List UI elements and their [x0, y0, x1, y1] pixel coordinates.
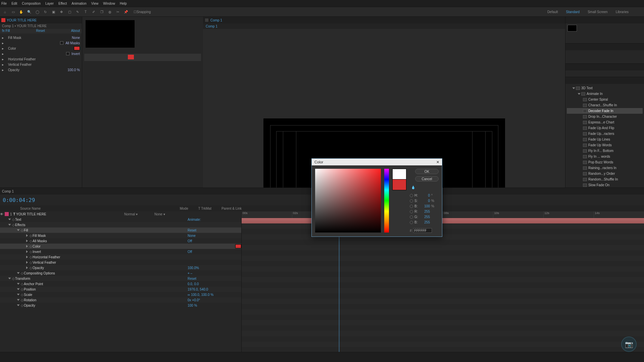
menu-animation[interactable]: Animation — [71, 2, 86, 5]
effect-name[interactable]: fx Fill — [2, 29, 10, 34]
preset-item[interactable]: Random...Shuffle In — [567, 176, 643, 182]
layer-row[interactable]: 👁1T YOUR TITLE HERENormal ▾None ▾ — [0, 211, 241, 217]
timeline-layer-outline[interactable]: 👁1T YOUR TITLE HERENormal ▾None ▾◇TextAn… — [0, 211, 242, 352]
capture-badge-icon[interactable]: 📷 — [621, 337, 637, 352]
paint-swatch[interactable] — [567, 25, 577, 32]
property-row[interactable]: ◇TransformReset — [0, 276, 241, 281]
mini-timeline-marker[interactable] — [128, 55, 134, 59]
eraser-tool-icon[interactable]: ◍ — [107, 9, 113, 15]
effect-controls-tab[interactable]: YOUR TITLE HERE — [7, 18, 37, 22]
radio[interactable] — [410, 199, 413, 203]
preset-item[interactable]: Drop In...Character — [567, 114, 643, 119]
composition-tab[interactable]: Comp 1 — [210, 18, 222, 22]
effect-property-row[interactable]: ▸ Invert — [2, 51, 80, 56]
ok-button[interactable]: OK — [415, 169, 439, 174]
saturation-value-field[interactable] — [315, 169, 381, 232]
twirl-icon[interactable] — [578, 93, 581, 95]
preview-panel-header[interactable] — [565, 64, 644, 70]
twirl-icon[interactable] — [17, 272, 20, 274]
property-row[interactable]: ◇Color — [0, 244, 241, 249]
preset-item[interactable]: Espress...e Chart — [567, 119, 643, 125]
twirl-icon[interactable] — [573, 87, 575, 89]
preset-item[interactable]: Raining...racters In — [567, 165, 643, 171]
menu-layer[interactable]: Layer — [45, 2, 54, 5]
old-color-swatch[interactable] — [392, 179, 406, 190]
color-field-row[interactable]: B:100% — [410, 204, 439, 208]
preset-item[interactable]: Fade Up Words — [567, 142, 643, 148]
property-row[interactable]: ◇Horizontal Feather — [0, 254, 241, 260]
workspace-default[interactable]: Default — [547, 10, 558, 14]
hue-slider[interactable] — [384, 169, 389, 232]
property-row[interactable]: ◇Fill MaskNone — [0, 233, 241, 238]
twirl-icon[interactable] — [8, 278, 11, 279]
workspace-small-screen[interactable]: Small Screen — [588, 10, 607, 14]
menu-help[interactable]: Help — [120, 2, 127, 5]
radio[interactable] — [410, 215, 413, 219]
effect-property-row[interactable]: ▸ All Masks — [2, 40, 80, 46]
preset-item[interactable]: Charact...Shuffle In — [567, 102, 643, 108]
color-field-row[interactable]: S:0% — [410, 199, 439, 203]
preset-item[interactable]: Fly In ... words — [567, 154, 643, 159]
property-row[interactable]: ◇Vertical Feather — [0, 260, 241, 265]
property-row[interactable]: ◇Opacity100 % — [0, 303, 241, 308]
radio[interactable] — [410, 210, 413, 213]
effect-about[interactable]: About — [71, 29, 80, 34]
menu-window[interactable]: Window — [103, 2, 115, 5]
ruler-tick[interactable]: 00s — [242, 211, 292, 218]
puppet-tool-icon[interactable]: 📌 — [123, 9, 129, 15]
cancel-button[interactable]: Cancel — [415, 176, 439, 182]
time-ruler[interactable]: 00s02s04s06s08s10s12s14s — [242, 211, 644, 218]
color-field-row[interactable]: H:0° — [410, 194, 439, 197]
effect-property-row[interactable]: ▸Vertical Feather — [2, 62, 80, 67]
pan-behind-tool-icon[interactable]: ✥ — [58, 9, 64, 15]
clone-tool-icon[interactable]: ❐ — [99, 9, 105, 15]
ruler-tick[interactable]: 10s — [493, 211, 543, 218]
twirl-icon[interactable] — [26, 234, 28, 237]
menu-edit[interactable]: Edit — [11, 2, 17, 5]
selection-tool-icon[interactable]: ▭ — [10, 9, 16, 15]
info-panel-header[interactable] — [565, 17, 644, 23]
type-tool-icon[interactable]: T — [83, 9, 89, 15]
property-row[interactable]: ◇All MasksOff — [0, 238, 241, 244]
zoom-tool-icon[interactable]: 🔍 — [26, 9, 32, 15]
effect-property-row[interactable]: ▸Opacity100.0 % — [2, 67, 80, 72]
new-color-swatch[interactable] — [392, 169, 406, 179]
twirl-icon[interactable] — [26, 245, 28, 248]
preset-item[interactable]: Random...y Order — [567, 171, 643, 176]
eyedropper-icon[interactable]: 💧 — [411, 186, 416, 190]
audio-panel-header[interactable] — [565, 44, 644, 50]
preset-folder[interactable]: Animate In — [567, 91, 643, 97]
ruler-tick[interactable]: 12s — [543, 211, 594, 218]
workspace-libraries[interactable]: Libraries — [616, 10, 629, 14]
twirl-icon[interactable] — [17, 294, 20, 296]
property-row[interactable]: ◇Scale∞ 100.0, 100.0 % — [0, 292, 241, 297]
preset-item[interactable]: Fade Up And Flip — [567, 125, 643, 131]
preset-folder[interactable]: 3D Text — [567, 85, 643, 91]
timeline-tracks[interactable]: 00s02s04s06s08s10s12s14s — [242, 211, 644, 352]
preset-item[interactable]: Fly In F... Bottom — [567, 148, 643, 154]
menu-view[interactable]: View — [91, 2, 99, 5]
preset-item[interactable]: Slow Fade On — [567, 182, 643, 188]
color-swatch[interactable] — [235, 244, 241, 248]
twirl-icon[interactable] — [26, 261, 28, 264]
checkbox[interactable] — [66, 52, 69, 55]
orbit-tool-icon[interactable]: ◯ — [34, 9, 40, 15]
effects-presets-header[interactable] — [565, 77, 644, 84]
property-row[interactable]: ◇FillReset — [0, 227, 241, 233]
twirl-icon[interactable] — [17, 283, 20, 285]
menu-effect[interactable]: Effect — [58, 2, 67, 5]
twirl-icon[interactable] — [26, 240, 28, 242]
color-swatch[interactable] — [74, 46, 80, 50]
property-row[interactable]: ◇Opacity100.0% — [0, 265, 241, 270]
property-row[interactable]: ◇Compositing Options+ – — [0, 270, 241, 276]
camera-tool-icon[interactable]: ▣ — [50, 9, 56, 15]
hex-input[interactable] — [413, 228, 432, 233]
flowchart-breadcrumb[interactable]: Comp 1 — [203, 23, 565, 29]
radio[interactable] — [410, 194, 413, 197]
preset-item[interactable]: Fade Up...racters — [567, 131, 643, 137]
effect-property-row[interactable]: ▸Fill MaskNone — [2, 35, 80, 40]
twirl-icon[interactable] — [17, 299, 20, 301]
twirl-icon[interactable] — [17, 305, 20, 306]
color-field-row[interactable]: B:255 — [410, 220, 439, 224]
color-field-row[interactable]: R:255 — [410, 210, 439, 213]
